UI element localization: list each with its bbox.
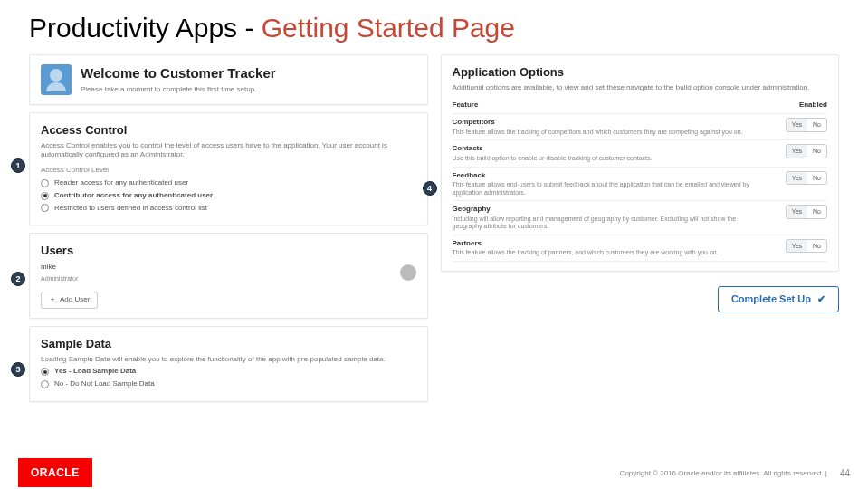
left-column: 1 2 3 Welcome to Customer Tracker Please… bbox=[29, 54, 428, 436]
right-column: 4 Application Options Additional options… bbox=[441, 54, 840, 436]
option-row: CompetitorsThis feature allows the track… bbox=[453, 114, 828, 140]
complete-setup-button[interactable]: Complete Set Up ✔ bbox=[718, 286, 839, 312]
option-row: ContactsUse this build option to enable … bbox=[453, 140, 828, 167]
welcome-sub: Please take a moment to complete this fi… bbox=[81, 85, 276, 95]
appopts-desc: Additional options are available, to vie… bbox=[453, 83, 828, 93]
user-role: Administrator bbox=[41, 274, 78, 283]
users-card: Users mike Administrator ＋ Add User bbox=[29, 233, 428, 319]
avatar-icon bbox=[41, 64, 72, 95]
access-opt-contributor[interactable]: Contributor access for any authenticated… bbox=[41, 191, 416, 201]
option-enabled-cell: YesNo bbox=[764, 114, 827, 140]
toggle-yes[interactable]: Yes bbox=[787, 240, 807, 252]
page-number: 44 bbox=[840, 468, 850, 478]
title-red: Getting Started Page bbox=[262, 13, 515, 43]
option-desc: This feature allows the tracking of part… bbox=[453, 249, 765, 256]
sample-data-card: Sample Data Loading Sample Data will ena… bbox=[29, 326, 428, 402]
welcome-card: Welcome to Customer Tracker Please take … bbox=[29, 54, 428, 105]
option-cell: FeedbackThis feature allows end-users to… bbox=[453, 167, 765, 201]
options-table: Feature Enabled CompetitorsThis feature … bbox=[453, 98, 828, 262]
user-name: mike bbox=[41, 263, 78, 273]
sample-opt-no[interactable]: No - Do Not Load Sample Data bbox=[41, 379, 416, 389]
complete-label: Complete Set Up bbox=[731, 293, 811, 304]
yes-no-toggle[interactable]: YesNo bbox=[786, 205, 827, 218]
option-name: Contacts bbox=[453, 144, 765, 154]
slide-title: Productivity Apps - Getting Started Page bbox=[29, 13, 515, 43]
callout-2: 2 bbox=[11, 272, 25, 286]
option-cell: ContactsUse this build option to enable … bbox=[453, 140, 765, 167]
user-avatar-icon bbox=[400, 264, 416, 281]
option-row: GeographyIncluding will allow reporting … bbox=[453, 201, 828, 235]
check-icon: ✔ bbox=[817, 293, 825, 304]
oracle-logo: ORACLE bbox=[18, 458, 92, 487]
yes-no-toggle[interactable]: YesNo bbox=[786, 144, 827, 158]
app-options-card: Application Options Additional options a… bbox=[441, 54, 840, 272]
callout-3: 3 bbox=[11, 362, 25, 377]
option-desc: Use this build option to enable or disab… bbox=[453, 155, 765, 162]
appopts-heading: Application Options bbox=[453, 64, 828, 81]
radio-icon bbox=[41, 204, 49, 212]
radio-icon bbox=[41, 380, 49, 388]
user-row: mike Administrator bbox=[41, 263, 416, 283]
access-opt-reader[interactable]: Reader access for any authenticated user bbox=[41, 178, 416, 188]
option-cell: CompetitorsThis feature allows the track… bbox=[453, 114, 765, 140]
access-desc: Access Control enables you to control th… bbox=[41, 141, 416, 161]
users-heading: Users bbox=[41, 243, 416, 259]
callout-1: 1 bbox=[11, 158, 25, 173]
toggle-no[interactable]: No bbox=[807, 206, 826, 217]
radio-icon-selected bbox=[41, 192, 49, 200]
option-enabled-cell: YesNo bbox=[764, 201, 827, 235]
sample-desc: Loading Sample Data will enable you to e… bbox=[41, 355, 416, 365]
option-enabled-cell: YesNo bbox=[764, 167, 827, 201]
option-name: Feedback bbox=[453, 171, 765, 181]
access-subhead: Access Control Level bbox=[41, 166, 416, 176]
yes-no-toggle[interactable]: YesNo bbox=[786, 239, 827, 253]
access-heading: Access Control bbox=[41, 122, 416, 139]
plus-icon: ＋ bbox=[49, 295, 56, 305]
option-desc: This feature allows end-users to submit … bbox=[453, 181, 765, 197]
th-enabled: Enabled bbox=[764, 98, 827, 113]
option-enabled-cell: YesNo bbox=[764, 235, 827, 261]
toggle-yes[interactable]: Yes bbox=[787, 172, 807, 184]
option-desc: This feature allows the tracking of comp… bbox=[453, 129, 765, 136]
sample-opt-yes[interactable]: Yes - Load Sample Data bbox=[41, 367, 416, 377]
copyright-text: Copyright © 2016 Oracle and/or its affil… bbox=[92, 469, 827, 477]
option-desc: Including will allow reporting and manag… bbox=[453, 216, 765, 231]
option-cell: PartnersThis feature allows the tracking… bbox=[453, 235, 765, 261]
toggle-no[interactable]: No bbox=[807, 172, 826, 184]
yes-no-toggle[interactable]: YesNo bbox=[786, 171, 827, 185]
toggle-no[interactable]: No bbox=[807, 240, 826, 252]
access-control-card: Access Control Access Control enables yo… bbox=[29, 112, 428, 225]
option-name: Geography bbox=[453, 205, 765, 215]
title-black: Productivity Apps - bbox=[29, 13, 262, 43]
yes-no-toggle[interactable]: YesNo bbox=[786, 118, 827, 131]
option-name: Competitors bbox=[453, 118, 765, 128]
add-user-button[interactable]: ＋ Add User bbox=[41, 292, 98, 309]
sample-heading: Sample Data bbox=[41, 336, 416, 352]
th-feature: Feature bbox=[453, 98, 765, 113]
radio-icon bbox=[41, 179, 49, 187]
callout-4: 4 bbox=[423, 181, 437, 196]
option-enabled-cell: YesNo bbox=[764, 140, 827, 167]
access-opt-restricted[interactable]: Restricted to users defined in access co… bbox=[41, 204, 416, 214]
add-user-label: Add User bbox=[60, 295, 90, 305]
radio-icon-selected bbox=[41, 368, 49, 376]
toggle-yes[interactable]: Yes bbox=[787, 119, 807, 130]
toggle-yes[interactable]: Yes bbox=[787, 206, 807, 217]
option-row: PartnersThis feature allows the tracking… bbox=[453, 235, 828, 261]
toggle-no[interactable]: No bbox=[807, 119, 826, 130]
option-name: Partners bbox=[453, 239, 765, 249]
footer: ORACLE Copyright © 2016 Oracle and/or it… bbox=[0, 456, 868, 489]
content-area: 1 2 3 Welcome to Customer Tracker Please… bbox=[29, 54, 839, 436]
option-cell: GeographyIncluding will allow reporting … bbox=[453, 201, 765, 235]
toggle-yes[interactable]: Yes bbox=[787, 145, 807, 157]
option-row: FeedbackThis feature allows end-users to… bbox=[453, 167, 828, 201]
welcome-heading: Welcome to Customer Tracker bbox=[81, 64, 276, 82]
toggle-no[interactable]: No bbox=[807, 145, 826, 157]
